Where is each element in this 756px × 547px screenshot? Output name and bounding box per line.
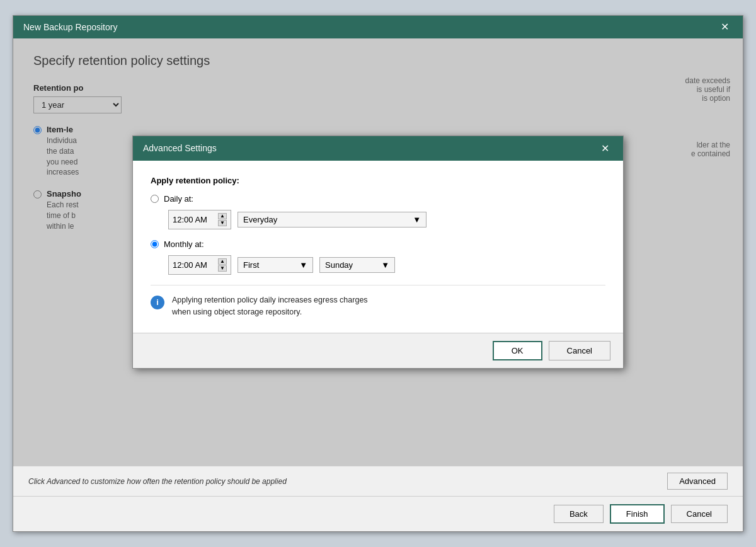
outer-dialog: New Backup Repository ✕ Specify retentio… [13, 15, 743, 532]
bottom-bar-text: Click Advanced to customize how often th… [28, 477, 287, 486]
advanced-dialog-titlebar: Advanced Settings ✕ [133, 136, 623, 161]
cancel-button-footer[interactable]: Cancel [671, 505, 728, 523]
monthly-label: Monthly at: [164, 239, 204, 249]
daily-controls: 12:00 AM ▲ ▼ Everyday ▼ [168, 210, 605, 229]
daily-time-input[interactable]: 12:00 AM ▲ ▼ [168, 210, 231, 229]
monthly-day-chevron-icon: ▼ [381, 260, 389, 270]
daily-label: Daily at: [164, 194, 193, 204]
monthly-radio-row: Monthly at: [151, 239, 605, 249]
info-icon: i [151, 296, 164, 309]
daily-time-down-arrow[interactable]: ▼ [218, 220, 227, 226]
ok-button[interactable]: OK [493, 341, 542, 360]
monthly-time-spinner[interactable]: ▲ ▼ [218, 258, 227, 272]
daily-radio-row: Daily at: [151, 194, 605, 204]
finish-button[interactable]: Finish [610, 504, 665, 524]
daily-time-up-arrow[interactable]: ▲ [218, 213, 227, 219]
outer-dialog-close-button[interactable]: ✕ [717, 21, 733, 33]
outer-footer: Back Finish Cancel [13, 496, 743, 531]
outer-dialog-content: Specify retention policy settings Retent… [13, 38, 743, 466]
monthly-week-select[interactable]: First ▼ [238, 257, 313, 273]
advanced-button[interactable]: Advanced [667, 473, 728, 490]
advanced-dialog-title: Advanced Settings [143, 143, 217, 153]
apply-retention-label: Apply retention policy: [151, 176, 605, 185]
info-box: i Applying retention policy daily increa… [151, 285, 605, 318]
monthly-time-input[interactable]: 12:00 AM ▲ ▼ [168, 255, 231, 275]
advanced-dialog-body: Apply retention policy: Daily at: 12:00 … [133, 161, 623, 333]
daily-time-spinner[interactable]: ▲ ▼ [218, 213, 227, 226]
info-text: Applying retention policy daily increase… [172, 294, 368, 318]
back-button[interactable]: Back [554, 505, 604, 523]
monthly-day-select[interactable]: Sunday ▼ [319, 257, 395, 273]
cancel-button[interactable]: Cancel [549, 341, 610, 360]
monthly-time-down-arrow[interactable]: ▼ [218, 265, 227, 272]
bottom-bar: Click Advanced to customize how often th… [13, 466, 743, 496]
advanced-dialog: Advanced Settings ✕ Apply retention poli… [132, 135, 624, 369]
monthly-time-up-arrow[interactable]: ▲ [218, 258, 227, 265]
dialog-overlay: Advanced Settings ✕ Apply retention poli… [13, 38, 743, 466]
advanced-dialog-footer: OK Cancel [133, 333, 623, 368]
monthly-week-chevron-icon: ▼ [299, 260, 307, 270]
daily-day-chevron-icon: ▼ [413, 215, 421, 224]
outer-dialog-titlebar: New Backup Repository ✕ [13, 16, 743, 38]
monthly-controls: 12:00 AM ▲ ▼ First ▼ Sunday ▼ [168, 255, 605, 275]
daily-day-select[interactable]: Everyday ▼ [238, 212, 427, 227]
daily-radio[interactable] [151, 195, 159, 203]
monthly-radio[interactable] [151, 240, 159, 248]
advanced-dialog-close-button[interactable]: ✕ [597, 141, 613, 156]
outer-dialog-title: New Backup Repository [23, 22, 117, 32]
